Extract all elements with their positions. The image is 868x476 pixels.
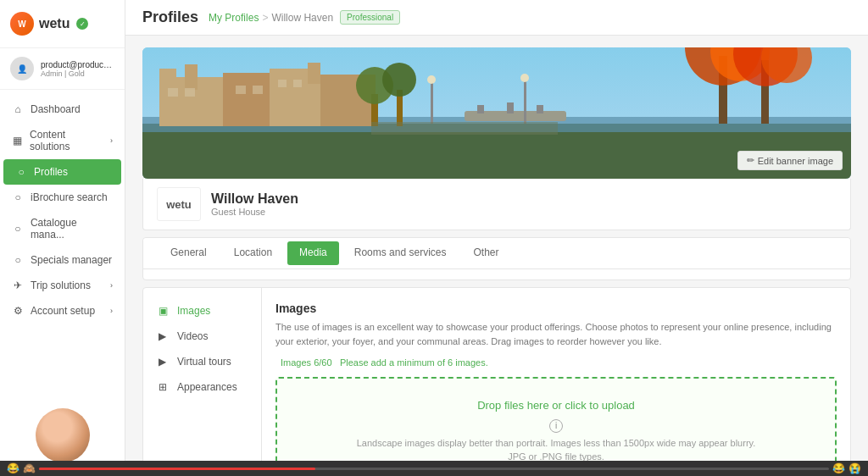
user-role: Admin | Gold: [41, 69, 113, 78]
svg-rect-10: [168, 88, 178, 97]
sidebar-nav: ⌂ Dashboard ▦ Content solutions › ○ Prof…: [0, 90, 125, 395]
sidebar-item-label: Profiles: [34, 166, 68, 178]
sidebar-item-trip[interactable]: ✈ Trip solutions ›: [0, 273, 125, 298]
svg-point-31: [427, 75, 436, 84]
sidebar-item-content-solutions[interactable]: ▦ Content solutions ›: [0, 122, 125, 159]
media-sidebar-label: Images: [177, 305, 210, 317]
edit-icon: ✏: [747, 155, 754, 166]
virtual-tours-icon: ▶: [159, 356, 170, 368]
chevron-right-icon: ›: [110, 136, 113, 145]
profile-header-bar: wetu Willow Haven Guest House: [142, 179, 851, 230]
svg-point-19: [382, 63, 416, 97]
sidebar: W wetu ✓ 👤 product@product... Admin | Go…: [0, 0, 125, 476]
svg-rect-29: [537, 105, 543, 113]
sidebar-logo: W wetu ✓: [0, 0, 125, 48]
media-sidebar-videos[interactable]: ▶ Videos: [147, 324, 258, 349]
tabs-bar: General Location Media Rooms and service…: [143, 238, 850, 269]
svg-rect-11: [185, 88, 195, 97]
chevron-right-icon: ›: [110, 307, 113, 315]
main-content: Profiles My Profiles > Willow Haven Prof…: [125, 0, 868, 476]
upload-hint: Landscape images display better than por…: [291, 436, 821, 464]
profiles-icon: ○: [15, 166, 27, 178]
banner-container: ✏ Edit banner image: [142, 47, 851, 179]
sidebar-item-dashboard[interactable]: ⌂ Dashboard: [0, 97, 125, 122]
emoji-1: 😂: [7, 462, 19, 474]
media-sidebar-label: Virtual tours: [177, 356, 231, 368]
sidebar-item-label: Dashboard: [31, 103, 81, 115]
images-title: Images: [275, 302, 837, 315]
svg-rect-14: [278, 80, 287, 87]
logo-icon: W: [10, 12, 34, 36]
videos-icon: ▶: [159, 330, 170, 342]
media-sidebar-appearances[interactable]: ⊞ Appearances: [147, 374, 258, 400]
edit-banner-button[interactable]: ✏ Edit banner image: [737, 151, 843, 170]
tab-location[interactable]: Location: [220, 238, 286, 268]
images-icon: ▣: [159, 305, 170, 317]
svg-rect-28: [507, 102, 514, 113]
svg-rect-34: [371, 122, 558, 135]
sidebar-item-label: Specials manager: [31, 254, 112, 266]
tab-general[interactable]: General: [157, 238, 220, 268]
tab-media[interactable]: Media: [287, 241, 339, 265]
breadcrumb-my-profiles[interactable]: My Profiles: [209, 12, 259, 24]
info-icon: i: [549, 419, 563, 433]
svg-point-33: [520, 74, 529, 82]
video-progress-fill: [39, 468, 315, 470]
breadcrumb: My Profiles > Willow Haven: [209, 12, 333, 24]
upload-title: Drop files here or click to upload: [291, 399, 821, 412]
appearances-icon: ⊞: [159, 381, 170, 393]
svg-rect-5: [185, 64, 198, 90]
media-sidebar-images[interactable]: ▣ Images: [147, 298, 258, 324]
dashboard-icon: ⌂: [12, 103, 24, 115]
sidebar-item-label: Catalogue mana...: [31, 217, 113, 241]
sidebar-item-specials[interactable]: ○ Specials manager: [0, 247, 125, 273]
emoji-3: 😂: [832, 462, 845, 474]
sidebar-user[interactable]: 👤 product@product... Admin | Gold: [0, 48, 125, 90]
account-icon: ⚙: [12, 305, 24, 317]
emoji-2: 🙈: [23, 462, 36, 474]
presenter-avatar: [36, 408, 90, 462]
sidebar-item-label: Content solutions: [30, 129, 103, 152]
svg-rect-32: [524, 80, 526, 124]
svg-rect-30: [431, 81, 433, 124]
svg-rect-15: [293, 80, 302, 87]
sidebar-item-catalogue[interactable]: ○ Catalogue mana...: [0, 210, 125, 247]
profile-type: Guest House: [211, 207, 298, 217]
trip-icon: ✈: [12, 280, 24, 291]
svg-rect-13: [253, 86, 263, 94]
content-solutions-icon: ▦: [12, 135, 23, 147]
svg-rect-12: [236, 86, 246, 94]
video-bar: 😂 🙈 😂 😭: [0, 461, 868, 476]
page-title: Profiles: [142, 8, 198, 26]
professional-badge: Professional: [340, 10, 400, 25]
sidebar-item-account[interactable]: ⚙ Account setup ›: [0, 298, 125, 324]
sidebar-item-profiles[interactable]: ○ Profiles: [3, 159, 121, 185]
avatar: 👤: [10, 57, 34, 80]
sidebar-item-label: Trip solutions: [31, 280, 91, 291]
sidebar-item-ibrochure[interactable]: ○ iBrochure search: [0, 185, 125, 210]
specials-icon: ○: [12, 254, 24, 266]
sidebar-item-label: Account setup: [31, 305, 95, 317]
svg-rect-4: [159, 69, 176, 81]
video-progress-bar[interactable]: [39, 468, 829, 470]
tab-rooms[interactable]: Rooms and services: [341, 238, 460, 268]
tab-other[interactable]: Other: [459, 238, 512, 268]
logo-text: wetu: [39, 16, 70, 31]
user-email: product@product...: [41, 60, 113, 69]
media-sidebar: ▣ Images ▶ Videos ▶ Virtual tours ⊞ Appe…: [143, 288, 262, 476]
profile-name: Willow Haven: [211, 191, 298, 207]
media-section: ▣ Images ▶ Videos ▶ Virtual tours ⊞ Appe…: [142, 287, 851, 476]
profile-content: ✏ Edit banner image wetu Willow Haven Gu…: [125, 36, 868, 476]
media-sidebar-label: Videos: [177, 330, 208, 342]
media-main: Images The use of images is an excellent…: [262, 288, 850, 476]
ibrochure-icon: ○: [12, 191, 24, 203]
media-sidebar-virtual-tours[interactable]: ▶ Virtual tours: [147, 349, 258, 374]
profile-logo: wetu: [157, 187, 201, 221]
media-sidebar-label: Appearances: [177, 381, 237, 393]
breadcrumb-current: Willow Haven: [271, 12, 333, 24]
svg-rect-27: [477, 105, 484, 113]
images-count: Images 6/60 Please add a minimum of 6 im…: [275, 357, 837, 368]
images-description: The use of images is an excellent way to…: [275, 320, 837, 348]
breadcrumb-separator: >: [262, 12, 268, 24]
chevron-right-icon: ›: [110, 281, 113, 290]
